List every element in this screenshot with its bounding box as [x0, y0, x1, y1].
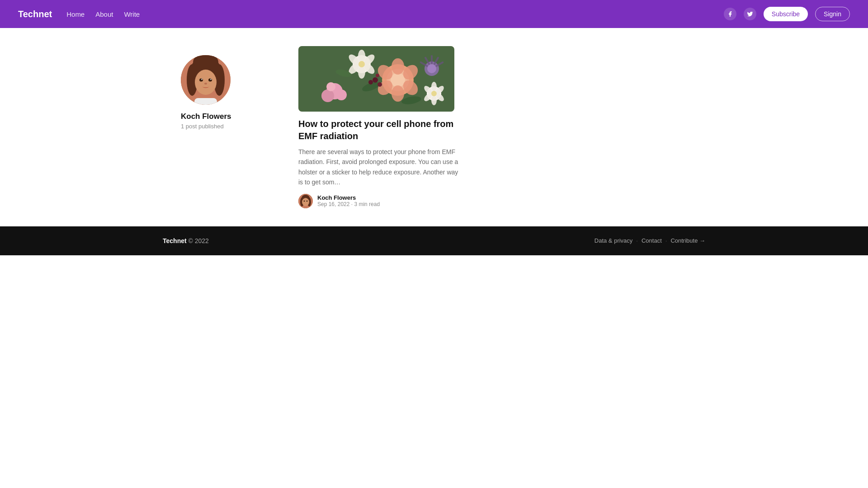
svg-point-40	[326, 82, 335, 91]
svg-point-29	[359, 61, 365, 67]
svg-point-5	[195, 70, 217, 95]
author-posts-count: 1 post published	[181, 123, 224, 130]
main-nav: Home About Write	[66, 10, 140, 18]
svg-point-23	[358, 50, 365, 62]
svg-point-19	[392, 85, 404, 102]
facebook-icon[interactable]	[724, 8, 736, 20]
svg-point-45	[431, 95, 437, 105]
svg-point-31	[427, 64, 436, 73]
footer-separator-2: ·	[665, 237, 667, 244]
svg-rect-32	[431, 55, 433, 64]
site-footer: Technet © 2022 Data & privacy · Contact …	[0, 226, 868, 255]
svg-point-6	[199, 79, 203, 82]
twitter-icon[interactable]	[744, 8, 756, 20]
meta-author-avatar	[298, 194, 313, 208]
article-card: How to protect your cell phone from EMF …	[298, 46, 461, 208]
svg-point-61	[304, 200, 305, 201]
site-logo[interactable]: Technet	[18, 9, 52, 19]
svg-point-9	[210, 79, 211, 80]
article-excerpt: There are several ways to protect your p…	[298, 147, 461, 188]
footer-separator-1: ·	[636, 237, 638, 244]
meta-date: Sep 16, 2022 · 3 min read	[317, 201, 380, 207]
articles-area: How to protect your cell phone from EMF …	[298, 46, 687, 208]
svg-point-26	[358, 66, 365, 79]
svg-point-39	[336, 89, 347, 100]
svg-point-55	[376, 74, 379, 77]
svg-point-8	[201, 79, 202, 80]
subscribe-button[interactable]: Subscribe	[764, 7, 808, 21]
header-left: Technet Home About Write	[18, 9, 140, 19]
svg-rect-11	[194, 98, 217, 105]
meta-author-name: Koch Flowers	[317, 194, 380, 201]
author-avatar	[181, 55, 231, 105]
svg-point-48	[431, 91, 437, 96]
footer-link-contribute[interactable]: Contribute →	[670, 237, 705, 244]
signin-button[interactable]: Signin	[815, 7, 850, 21]
svg-point-15	[391, 73, 405, 87]
header-right: Subscribe Signin	[724, 7, 850, 21]
footer-link-contact[interactable]: Contact	[642, 237, 662, 244]
svg-point-62	[307, 200, 308, 201]
author-name: Koch Flowers	[181, 112, 231, 121]
footer-link-privacy[interactable]: Data & privacy	[594, 237, 633, 244]
footer-inner: Technet © 2022 Data & privacy · Contact …	[163, 237, 705, 244]
nav-about[interactable]: About	[95, 10, 113, 18]
footer-links: Data & privacy · Contact · Contribute →	[594, 237, 705, 244]
svg-point-16	[392, 58, 404, 75]
article-thumbnail[interactable]	[298, 46, 454, 112]
footer-brand: Technet © 2022	[163, 237, 209, 244]
nav-home[interactable]: Home	[66, 10, 85, 18]
svg-point-53	[377, 82, 382, 87]
footer-logo: Technet	[163, 237, 187, 244]
article-title[interactable]: How to protect your cell phone from EMF …	[298, 118, 461, 142]
svg-point-38	[321, 89, 334, 102]
svg-point-42	[431, 82, 437, 92]
article-meta: Koch Flowers Sep 16, 2022 · 3 min read	[298, 194, 461, 208]
svg-point-7	[208, 79, 212, 82]
author-sidebar: Koch Flowers 1 post published	[181, 46, 271, 130]
svg-point-60	[302, 198, 309, 206]
footer-year: © 2022	[189, 237, 209, 244]
main-container: Koch Flowers 1 post published	[163, 28, 705, 226]
bottom-area	[0, 255, 868, 346]
meta-info: Koch Flowers Sep 16, 2022 · 3 min read	[317, 194, 380, 207]
nav-write[interactable]: Write	[124, 10, 140, 18]
svg-point-52	[373, 77, 378, 83]
svg-point-10	[204, 83, 207, 84]
site-header: Technet Home About Write Subscribe Signi…	[0, 0, 868, 28]
svg-point-54	[368, 80, 373, 84]
